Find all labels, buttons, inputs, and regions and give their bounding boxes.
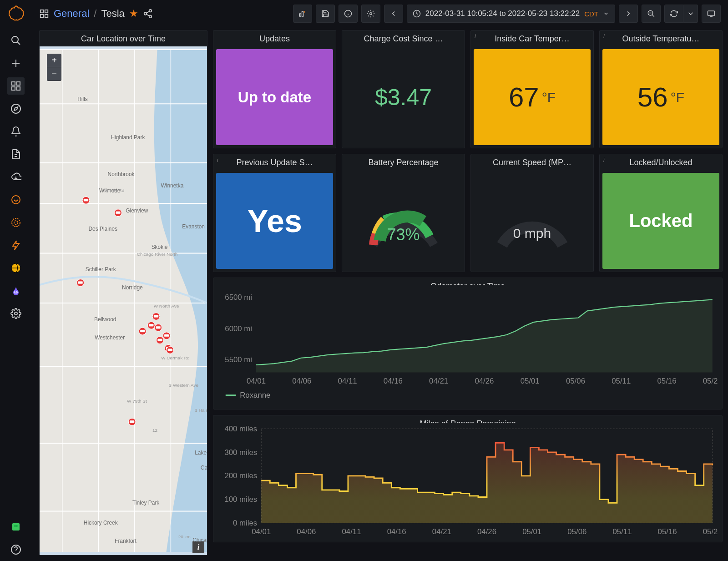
breadcrumb-folder[interactable]: General bbox=[54, 8, 89, 20]
svg-text:0 miles: 0 miles bbox=[233, 519, 257, 527]
svg-text:05/11: 05/11 bbox=[612, 527, 632, 536]
map-zoom-in[interactable]: + bbox=[47, 54, 61, 67]
svg-rect-66 bbox=[78, 282, 83, 284]
time-range-picker[interactable]: 2022-03-31 10:05:24 to 2022-05-23 13:22:… bbox=[407, 5, 615, 23]
map-body[interactable]: + − HillsHighland ParkNorthbrookWinnetka… bbox=[40, 46, 207, 555]
svg-rect-82 bbox=[168, 349, 172, 351]
settings-button[interactable] bbox=[361, 5, 380, 23]
tv-mode-button[interactable] bbox=[702, 5, 721, 23]
loadtest-icon[interactable] bbox=[7, 237, 25, 254]
svg-text:400 miles: 400 miles bbox=[224, 425, 257, 433]
time-range-tz: CDT bbox=[584, 10, 598, 18]
panel-title: Car Location over Time bbox=[40, 30, 207, 46]
svg-text:Schiller Park: Schiller Park bbox=[86, 266, 116, 273]
svg-text:100 miles: 100 miles bbox=[224, 495, 257, 504]
incident-icon[interactable] bbox=[7, 214, 25, 231]
breadcrumb: General / Tesla ★ bbox=[39, 8, 153, 20]
svg-text:04/11: 04/11 bbox=[338, 377, 357, 385]
outside-temp-panel: i Outside Temperatu… 56°F bbox=[599, 30, 723, 148]
svg-text:S Halsted St: S Halsted St bbox=[194, 408, 207, 413]
battery-gauge bbox=[360, 187, 447, 255]
info-icon[interactable]: i bbox=[217, 157, 218, 163]
info-icon[interactable]: i bbox=[603, 157, 605, 163]
svg-text:Northbrook: Northbrook bbox=[108, 171, 135, 177]
svg-rect-70 bbox=[149, 324, 153, 326]
svg-point-5 bbox=[11, 104, 20, 113]
share-icon[interactable] bbox=[143, 9, 153, 19]
svg-rect-19 bbox=[45, 15, 48, 17]
svg-text:5500 mi: 5500 mi bbox=[225, 356, 252, 364]
info-button[interactable] bbox=[339, 5, 358, 23]
svg-text:Hills: Hills bbox=[77, 96, 88, 102]
panel-title: Odometer over Time bbox=[213, 278, 722, 285]
document-icon[interactable] bbox=[7, 146, 25, 163]
svg-rect-76 bbox=[164, 334, 169, 337]
svg-text:05/01: 05/01 bbox=[522, 527, 541, 536]
svg-rect-23 bbox=[299, 14, 301, 16]
svg-text:05/01: 05/01 bbox=[521, 377, 540, 385]
svg-text:Calumet City: Calumet City bbox=[201, 465, 207, 471]
zoom-out-button[interactable] bbox=[642, 5, 661, 23]
prev-update-panel: i Previous Update S… Yes bbox=[213, 154, 336, 272]
svg-text:200 miles: 200 miles bbox=[224, 472, 257, 480]
help-icon[interactable] bbox=[7, 541, 25, 558]
speed-gauge bbox=[489, 187, 576, 255]
svg-text:05/21: 05/21 bbox=[703, 527, 718, 536]
refresh-button[interactable] bbox=[664, 5, 683, 23]
svg-point-8 bbox=[14, 221, 18, 224]
cloud-download-icon[interactable] bbox=[7, 168, 25, 186]
explore-icon[interactable] bbox=[7, 100, 25, 117]
refresh-interval-button[interactable] bbox=[683, 5, 698, 23]
profile-icon[interactable] bbox=[7, 518, 25, 536]
grafana-logo[interactable] bbox=[7, 5, 25, 23]
search-icon[interactable] bbox=[7, 32, 25, 49]
svg-text:04/06: 04/06 bbox=[292, 377, 311, 385]
svg-text:04/21: 04/21 bbox=[429, 377, 448, 385]
star-icon[interactable]: ★ bbox=[129, 8, 138, 20]
svg-text:W 79th St: W 79th St bbox=[127, 399, 147, 404]
time-next-button[interactable] bbox=[619, 5, 638, 23]
svg-text:Chicago River North: Chicago River North bbox=[137, 252, 177, 257]
svg-point-13 bbox=[14, 525, 16, 527]
info-icon[interactable]: i bbox=[603, 33, 605, 40]
svg-text:04/21: 04/21 bbox=[432, 527, 451, 536]
map-zoom-out[interactable]: − bbox=[47, 67, 61, 81]
svg-text:Highland Park: Highland Park bbox=[111, 134, 145, 141]
svg-rect-18 bbox=[40, 15, 43, 17]
add-panel-button[interactable] bbox=[293, 5, 312, 23]
synthetic-icon[interactable] bbox=[7, 259, 25, 277]
time-prev-button[interactable] bbox=[384, 5, 403, 23]
svg-rect-74 bbox=[140, 330, 145, 332]
prev-update-value: Yes bbox=[216, 173, 333, 269]
odometer-chart[interactable]: 5500 mi6000 mi6500 mi04/0104/0604/1104/1… bbox=[218, 285, 718, 409]
svg-point-7 bbox=[12, 218, 20, 227]
oncall-icon[interactable] bbox=[7, 191, 25, 208]
info-icon[interactable]: i bbox=[475, 33, 476, 40]
svg-point-26 bbox=[370, 13, 372, 15]
dashboards-icon[interactable] bbox=[7, 77, 25, 95]
svg-rect-17 bbox=[45, 10, 48, 13]
config-icon[interactable] bbox=[7, 305, 25, 322]
map-attribution-button[interactable]: i bbox=[192, 541, 204, 553]
battery-panel: Battery Percentage 73% bbox=[342, 154, 465, 272]
svg-text:W North Ave: W North Ave bbox=[154, 303, 179, 308]
updates-panel: Updates Up to date bbox=[213, 30, 336, 148]
range-chart[interactable]: 0 miles100 miles200 miles300 miles400 mi… bbox=[218, 423, 718, 542]
k6-icon[interactable]: k6 bbox=[7, 282, 25, 299]
svg-text:k6: k6 bbox=[14, 291, 18, 294]
charge-cost-value: $3.47 bbox=[345, 49, 462, 145]
svg-text:Roxanne: Roxanne bbox=[240, 391, 270, 400]
svg-point-21 bbox=[144, 12, 147, 15]
svg-point-14 bbox=[16, 525, 18, 527]
save-button[interactable] bbox=[316, 5, 335, 23]
svg-rect-68 bbox=[154, 315, 158, 318]
svg-text:04/16: 04/16 bbox=[387, 527, 406, 536]
create-icon[interactable] bbox=[7, 55, 25, 72]
alerting-icon[interactable] bbox=[7, 123, 25, 140]
svg-rect-4 bbox=[17, 87, 20, 90]
charge-cost-panel: Charge Cost Since … $3.47 bbox=[342, 30, 465, 148]
svg-rect-62 bbox=[84, 199, 88, 201]
svg-text:Skokie: Skokie bbox=[152, 244, 168, 250]
svg-rect-16 bbox=[40, 10, 43, 13]
updates-value: Up to date bbox=[216, 49, 333, 145]
